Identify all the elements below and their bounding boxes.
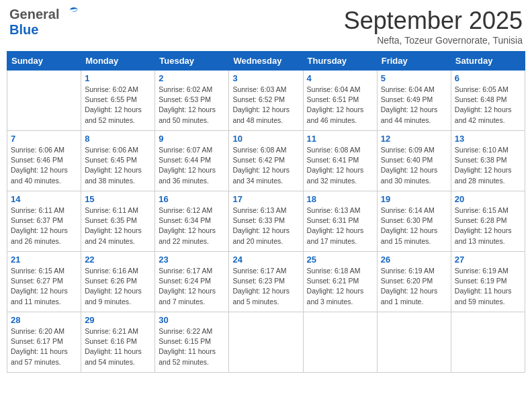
day-info: Sunrise: 6:14 AMSunset: 6:30 PMDaylight:…: [381, 205, 447, 246]
day-number: 11: [307, 134, 373, 144]
day-number: 3: [232, 73, 299, 83]
calendar-day-cell: 21Sunrise: 6:15 AMSunset: 6:27 PMDayligh…: [7, 252, 81, 312]
calendar-week-row: 21Sunrise: 6:15 AMSunset: 6:27 PMDayligh…: [7, 252, 525, 312]
day-number: 6: [455, 73, 521, 83]
day-number: 16: [159, 194, 225, 204]
calendar-day-cell: 23Sunrise: 6:17 AMSunset: 6:24 PMDayligh…: [155, 252, 229, 312]
calendar-day-cell: [7, 71, 81, 131]
day-number: 8: [85, 134, 151, 144]
day-info: Sunrise: 6:03 AMSunset: 6:52 PMDaylight:…: [232, 85, 299, 126]
day-info: Sunrise: 6:04 AMSunset: 6:51 PMDaylight:…: [307, 85, 373, 126]
calendar-day-cell: 14Sunrise: 6:11 AMSunset: 6:37 PMDayligh…: [7, 191, 81, 252]
day-number: 29: [85, 315, 151, 325]
day-number: 20: [455, 194, 521, 204]
calendar-day-cell: [229, 312, 303, 373]
day-info: Sunrise: 6:17 AMSunset: 6:23 PMDaylight:…: [232, 266, 299, 307]
day-number: 5: [381, 73, 447, 83]
month-title: September 2025: [344, 7, 523, 35]
weekday-header: Monday: [81, 52, 155, 71]
day-info: Sunrise: 6:02 AMSunset: 6:55 PMDaylight:…: [85, 85, 151, 126]
calendar-day-cell: 3Sunrise: 6:03 AMSunset: 6:52 PMDaylight…: [229, 71, 303, 131]
day-number: 15: [85, 194, 151, 204]
weekday-header: Friday: [377, 52, 451, 71]
day-number: 23: [159, 255, 225, 265]
calendar-day-cell: 22Sunrise: 6:16 AMSunset: 6:26 PMDayligh…: [81, 252, 155, 312]
calendar-day-cell: 11Sunrise: 6:08 AMSunset: 6:41 PMDayligh…: [303, 131, 377, 191]
calendar-day-cell: 9Sunrise: 6:07 AMSunset: 6:44 PMDaylight…: [155, 131, 229, 191]
calendar-week-row: 1Sunrise: 6:02 AMSunset: 6:55 PMDaylight…: [7, 71, 525, 131]
calendar-day-cell: 12Sunrise: 6:09 AMSunset: 6:40 PMDayligh…: [377, 131, 451, 191]
day-number: 19: [381, 194, 447, 204]
day-number: 9: [159, 134, 225, 144]
weekday-header: Thursday: [303, 52, 377, 71]
logo-general-text: General: [9, 7, 59, 22]
day-info: Sunrise: 6:19 AMSunset: 6:19 PMDaylight:…: [455, 266, 521, 307]
calendar-day-cell: 28Sunrise: 6:20 AMSunset: 6:17 PMDayligh…: [7, 312, 81, 373]
day-info: Sunrise: 6:15 AMSunset: 6:28 PMDaylight:…: [455, 205, 521, 246]
calendar-day-cell: 15Sunrise: 6:11 AMSunset: 6:35 PMDayligh…: [81, 191, 155, 252]
day-number: 7: [11, 134, 77, 144]
calendar-day-cell: 13Sunrise: 6:10 AMSunset: 6:38 PMDayligh…: [451, 131, 525, 191]
day-info: Sunrise: 6:22 AMSunset: 6:15 PMDaylight:…: [159, 326, 225, 367]
location-text: Nefta, Tozeur Governorate, Tunisia: [344, 35, 523, 46]
day-info: Sunrise: 6:08 AMSunset: 6:41 PMDaylight:…: [307, 145, 373, 186]
calendar-day-cell: 26Sunrise: 6:19 AMSunset: 6:20 PMDayligh…: [377, 252, 451, 312]
day-number: 4: [307, 73, 373, 83]
day-info: Sunrise: 6:17 AMSunset: 6:24 PMDaylight:…: [159, 266, 225, 307]
logo: General Blue: [9, 7, 79, 38]
calendar-day-cell: 30Sunrise: 6:22 AMSunset: 6:15 PMDayligh…: [155, 312, 229, 373]
day-info: Sunrise: 6:02 AMSunset: 6:53 PMDaylight:…: [159, 85, 225, 126]
calendar-day-cell: 16Sunrise: 6:12 AMSunset: 6:34 PMDayligh…: [155, 191, 229, 252]
weekday-header: Saturday: [451, 52, 525, 71]
day-info: Sunrise: 6:20 AMSunset: 6:17 PMDaylight:…: [11, 326, 77, 367]
day-number: 14: [11, 194, 77, 204]
day-number: 13: [455, 134, 521, 144]
day-number: 30: [159, 315, 225, 325]
calendar-day-cell: 24Sunrise: 6:17 AMSunset: 6:23 PMDayligh…: [229, 252, 303, 312]
calendar-day-cell: 8Sunrise: 6:06 AMSunset: 6:45 PMDaylight…: [81, 131, 155, 191]
calendar-week-row: 14Sunrise: 6:11 AMSunset: 6:37 PMDayligh…: [7, 191, 525, 252]
calendar-day-cell: [451, 312, 525, 373]
logo-bird-icon: [60, 7, 79, 21]
day-info: Sunrise: 6:13 AMSunset: 6:31 PMDaylight:…: [307, 205, 373, 246]
calendar-day-cell: 17Sunrise: 6:13 AMSunset: 6:33 PMDayligh…: [229, 191, 303, 252]
calendar-day-cell: 10Sunrise: 6:08 AMSunset: 6:42 PMDayligh…: [229, 131, 303, 191]
logo-blue-text: Blue: [9, 22, 38, 37]
calendar-day-cell: 7Sunrise: 6:06 AMSunset: 6:46 PMDaylight…: [7, 131, 81, 191]
calendar-day-cell: 29Sunrise: 6:21 AMSunset: 6:16 PMDayligh…: [81, 312, 155, 373]
day-number: 25: [307, 255, 373, 265]
day-info: Sunrise: 6:16 AMSunset: 6:26 PMDaylight:…: [85, 266, 151, 307]
calendar-day-cell: 2Sunrise: 6:02 AMSunset: 6:53 PMDaylight…: [155, 71, 229, 131]
calendar-day-cell: 6Sunrise: 6:05 AMSunset: 6:48 PMDaylight…: [451, 71, 525, 131]
day-number: 21: [11, 255, 77, 265]
day-number: 1: [85, 73, 151, 83]
calendar-day-cell: [303, 312, 377, 373]
day-info: Sunrise: 6:04 AMSunset: 6:49 PMDaylight:…: [381, 85, 447, 126]
day-info: Sunrise: 6:13 AMSunset: 6:33 PMDaylight:…: [232, 205, 299, 246]
calendar-day-cell: 18Sunrise: 6:13 AMSunset: 6:31 PMDayligh…: [303, 191, 377, 252]
day-number: 10: [232, 134, 299, 144]
day-number: 17: [232, 194, 299, 204]
calendar-day-cell: 27Sunrise: 6:19 AMSunset: 6:19 PMDayligh…: [451, 252, 525, 312]
day-number: 24: [232, 255, 299, 265]
day-info: Sunrise: 6:06 AMSunset: 6:45 PMDaylight:…: [85, 145, 151, 186]
day-info: Sunrise: 6:18 AMSunset: 6:21 PMDaylight:…: [307, 266, 373, 307]
day-info: Sunrise: 6:11 AMSunset: 6:37 PMDaylight:…: [11, 205, 77, 246]
calendar-day-cell: 20Sunrise: 6:15 AMSunset: 6:28 PMDayligh…: [451, 191, 525, 252]
calendar-day-cell: 4Sunrise: 6:04 AMSunset: 6:51 PMDaylight…: [303, 71, 377, 131]
day-info: Sunrise: 6:08 AMSunset: 6:42 PMDaylight:…: [232, 145, 299, 186]
day-info: Sunrise: 6:21 AMSunset: 6:16 PMDaylight:…: [85, 326, 151, 367]
weekday-header: Sunday: [7, 52, 81, 71]
day-number: 27: [455, 255, 521, 265]
calendar-day-cell: 25Sunrise: 6:18 AMSunset: 6:21 PMDayligh…: [303, 252, 377, 312]
calendar-week-row: 7Sunrise: 6:06 AMSunset: 6:46 PMDaylight…: [7, 131, 525, 191]
day-info: Sunrise: 6:15 AMSunset: 6:27 PMDaylight:…: [11, 266, 77, 307]
calendar-table: SundayMondayTuesdayWednesdayThursdayFrid…: [7, 51, 525, 373]
title-area: September 2025 Nefta, Tozeur Governorate…: [344, 7, 523, 46]
calendar-week-row: 28Sunrise: 6:20 AMSunset: 6:17 PMDayligh…: [7, 312, 525, 373]
day-number: 28: [11, 315, 77, 325]
day-info: Sunrise: 6:09 AMSunset: 6:40 PMDaylight:…: [381, 145, 447, 186]
day-info: Sunrise: 6:11 AMSunset: 6:35 PMDaylight:…: [85, 205, 151, 246]
calendar-day-cell: 1Sunrise: 6:02 AMSunset: 6:55 PMDaylight…: [81, 71, 155, 131]
weekday-header: Wednesday: [229, 52, 303, 71]
